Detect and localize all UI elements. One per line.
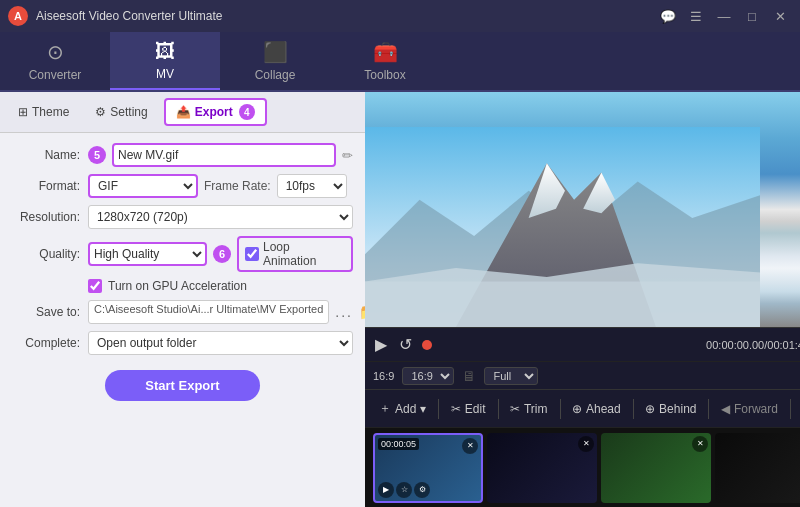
thumb-1-star-icon[interactable]: ☆ — [396, 482, 412, 498]
add-label: Add — [395, 402, 416, 416]
quality-select[interactable]: High Quality Medium Quality Low Quality — [88, 242, 207, 266]
saveto-path: C:\Aiseesoft Studio\Ai...r Ultimate\MV E… — [88, 300, 329, 324]
complete-select[interactable]: Open output folder Do nothing Shut down — [88, 331, 353, 355]
quality-label: Quality: — [12, 247, 80, 261]
resolution-control: 1280x720 (720p) 1920x1080 (1080p) 854x48… — [88, 205, 353, 229]
menu-button[interactable]: ☰ — [684, 4, 708, 28]
monitor-icon: 🖥 — [462, 368, 476, 384]
thumb-1-overlay: 00:00:05 ✕ ▶ ☆ ⚙ — [375, 435, 481, 501]
trim-label: Trim — [524, 402, 548, 416]
forward-button[interactable]: ◀ Forward — [715, 400, 784, 418]
export-label: Export — [195, 105, 233, 119]
tab-mv[interactable]: 🖼 MV — [110, 32, 220, 90]
saveto-more-button[interactable]: ... — [335, 304, 353, 320]
view-select[interactable]: Full Fit Crop — [484, 367, 538, 385]
setting-icon: ⚙ — [95, 105, 106, 119]
loop-animation-checkbox[interactable] — [245, 247, 259, 261]
left-panel: ⊞ Theme ⚙ Setting 📤 Export 4 Name: 5 — [0, 92, 365, 507]
thumb-1-controls: ▶ ☆ ⚙ — [378, 482, 478, 498]
quality-control: High Quality Medium Quality Low Quality … — [88, 236, 353, 272]
thumbnail-1[interactable]: 00:00:05 ✕ ▶ ☆ ⚙ — [373, 433, 483, 503]
thumbnail-strip: 00:00:05 ✕ ▶ ☆ ⚙ ✕ — [365, 427, 800, 507]
aspect-ratio-select[interactable]: 16:9 4:3 1:1 — [402, 367, 454, 385]
loop-animation-label: Loop Animation — [263, 240, 345, 268]
edit-icon: ✂ — [451, 402, 461, 416]
edit-icon[interactable]: ✏ — [342, 148, 353, 163]
gpu-label: Turn on GPU Acceleration — [108, 279, 247, 293]
start-export-left-button[interactable]: Start Export — [105, 370, 259, 401]
name-label: Name: — [12, 148, 80, 162]
complete-row: Complete: Open output folder Do nothing … — [12, 331, 353, 355]
minimize-button[interactable]: — — [712, 4, 736, 28]
sub-nav: ⊞ Theme ⚙ Setting 📤 Export 4 — [0, 92, 365, 133]
thumb-3-overlay: ✕ — [601, 433, 711, 503]
thumbnail-4[interactable]: ✕ — [715, 433, 800, 503]
trim-button[interactable]: ✂ Trim — [504, 400, 554, 418]
format-row: Format: GIF MP4 AVI MOV Frame Rate: 10fp… — [12, 174, 353, 198]
export-panel: Name: 5 ✏ Format: GIF MP4 AVI MOV — [0, 133, 365, 507]
export-step-badge: 4 — [239, 104, 255, 120]
loop-animation-box: Loop Animation — [237, 236, 353, 272]
chat-button[interactable]: 💬 — [656, 4, 680, 28]
controls-bar: ▶ ↺ 00:00:00.00/00:01:40.16 🔊 Start Expo… — [365, 327, 800, 361]
framerate-label: Frame Rate: — [204, 179, 271, 193]
thumb-3-close-icon[interactable]: ✕ — [692, 436, 708, 452]
quality-row: Quality: High Quality Medium Quality Low… — [12, 236, 353, 272]
timeline-strip: ＋ Add ▾ ✂ Edit ✂ Trim ⊕ Ahead ⊕ Behi — [365, 389, 800, 427]
tab-converter[interactable]: ⊙ Converter — [0, 32, 110, 90]
trim-icon: ✂ — [510, 402, 520, 416]
export-icon: 📤 — [176, 105, 191, 119]
format-select[interactable]: GIF MP4 AVI MOV — [88, 174, 198, 198]
refresh-button[interactable]: ↺ — [397, 333, 414, 356]
backward-button[interactable]: ▶ Backward — [796, 400, 800, 418]
thumb-2-close-icon[interactable]: ✕ — [578, 436, 594, 452]
title-bar: A Aiseesoft Video Converter Ultimate 💬 ☰… — [0, 0, 800, 32]
behind-button[interactable]: ⊕ Behind — [639, 400, 702, 418]
thumb-1-close-icon[interactable]: ✕ — [462, 438, 478, 454]
saveto-row: Save to: C:\Aiseesoft Studio\Ai...r Ulti… — [12, 300, 353, 324]
tab-collage[interactable]: ⬛ Collage — [220, 32, 330, 90]
thumb-1-settings-icon[interactable]: ⚙ — [414, 482, 430, 498]
right-panel: Aiseesoft — [365, 92, 800, 507]
tab-converter-label: Converter — [29, 68, 82, 82]
export-button[interactable]: 📤 Export 4 — [164, 98, 267, 126]
tab-toolbox[interactable]: 🧰 Toolbox — [330, 32, 440, 90]
record-indicator — [422, 340, 432, 350]
resolution-label: Resolution: — [12, 210, 80, 224]
gpu-control: Turn on GPU Acceleration — [88, 279, 247, 293]
add-icon: ＋ — [379, 400, 391, 417]
name-input[interactable] — [112, 143, 336, 167]
edit-button[interactable]: ✂ Edit — [445, 400, 492, 418]
aspect-ratio-label: 16:9 — [373, 370, 394, 382]
thumb-4-overlay: ✕ — [715, 433, 800, 503]
tab-mv-label: MV — [156, 67, 174, 81]
video-preview: Aiseesoft — [365, 92, 800, 327]
loop-step-badge: 6 — [213, 245, 231, 263]
name-step-badge: 5 — [88, 146, 106, 164]
resolution-select[interactable]: 1280x720 (720p) 1920x1080 (1080p) 854x48… — [88, 205, 353, 229]
tab-collage-label: Collage — [255, 68, 296, 82]
add-button[interactable]: ＋ Add ▾ — [373, 398, 432, 419]
start-export-container: Start Export — [12, 370, 353, 401]
setting-button[interactable]: ⚙ Setting — [85, 101, 157, 123]
app-icon: A — [8, 6, 28, 26]
close-button[interactable]: ✕ — [768, 4, 792, 28]
toolbox-icon: 🧰 — [373, 40, 398, 64]
name-row: Name: 5 ✏ — [12, 143, 353, 167]
maximize-button[interactable]: □ — [740, 4, 764, 28]
converter-icon: ⊙ — [47, 40, 64, 64]
theme-label: Theme — [32, 105, 69, 119]
thumb-1-time: 00:00:05 — [378, 438, 419, 450]
name-control: 5 ✏ — [88, 143, 353, 167]
framerate-select[interactable]: 10fps 15fps 24fps 30fps — [277, 174, 347, 198]
thumbnail-3[interactable]: ✕ — [601, 433, 711, 503]
ahead-label: Ahead — [586, 402, 621, 416]
gpu-row: Turn on GPU Acceleration — [12, 279, 353, 293]
ahead-button[interactable]: ⊕ Ahead — [566, 400, 627, 418]
theme-button[interactable]: ⊞ Theme — [8, 101, 79, 123]
thumbnail-2[interactable]: ✕ — [487, 433, 597, 503]
ahead-icon: ⊕ — [572, 402, 582, 416]
thumb-1-play-icon[interactable]: ▶ — [378, 482, 394, 498]
play-button[interactable]: ▶ — [373, 333, 389, 356]
gpu-checkbox[interactable] — [88, 279, 102, 293]
